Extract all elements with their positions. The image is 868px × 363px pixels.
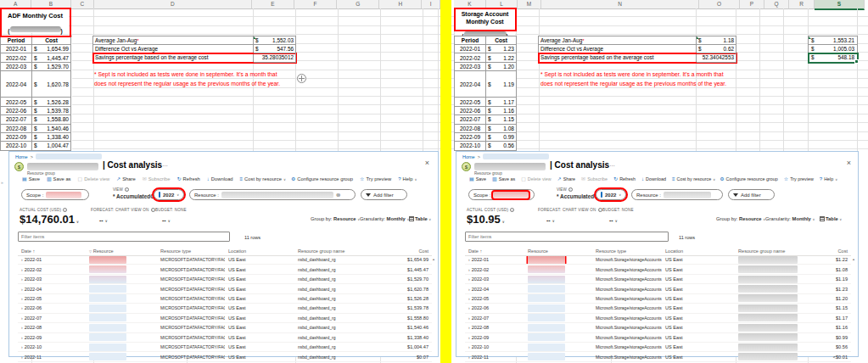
toolbar-button[interactable]: ↗ Share [116, 176, 137, 182]
col-location[interactable]: Location [225, 249, 294, 254]
expand-row-icon[interactable]: › [21, 344, 23, 349]
sheet-title-block[interactable]: Storage Account Monthly Cost () [455, 8, 515, 37]
pin-icon[interactable]: ⊸ [599, 164, 603, 170]
expand-row-icon[interactable]: › [21, 355, 23, 360]
period-cell[interactable]: 2022-10 [455, 142, 486, 150]
toolbar-button[interactable]: ↓ Download [207, 176, 235, 182]
expand-row-icon[interactable]: › [468, 305, 470, 310]
expand-row-icon[interactable]: › [468, 276, 470, 282]
summary-row[interactable]: Average Jan-Aug* $1.18 [539, 36, 736, 45]
toolbar-button[interactable]: ▥ Save as [492, 176, 517, 182]
period-cell[interactable]: 2022-01 [455, 45, 486, 53]
cost-cell[interactable]: $ 1,529.70 [32, 63, 71, 71]
cost-table-row[interactable]: ›2022-05 Microsoft.Storage/storageAccoun… [465, 294, 851, 304]
cost-cell[interactable]: $ 1,004.47 [32, 142, 71, 150]
granularity-dropdown[interactable]: Granularity: Monthly ∨ [360, 216, 409, 221]
toolbar-button[interactable]: ↓ Download [641, 176, 668, 182]
cost-cell[interactable]: $ 1.22 [486, 53, 517, 62]
cost-table-row[interactable]: ›2022-01 Microsoft.Storage/storageAccoun… [465, 255, 851, 265]
period-cell[interactable]: 2022-04 [455, 71, 486, 98]
cost-cell[interactable]: $ 1.19 [486, 71, 517, 98]
budget-value[interactable]: --∨ [609, 217, 618, 223]
period-cell[interactable]: 2022-09 [1, 133, 32, 142]
group-by-dropdown[interactable]: Group by: Resource ∨ [716, 216, 765, 221]
column-header[interactable]: O [699, 0, 740, 9]
cost-cell[interactable]: $ 1.23 [486, 45, 517, 53]
col-resource[interactable]: Resource [524, 249, 592, 254]
cost-cell[interactable]: $ 1.15 [486, 115, 517, 124]
scroll-up-icon[interactable]: ▲ [432, 257, 435, 261]
column-header[interactable]: R [789, 0, 815, 9]
toolbar-button[interactable]: ≡ Cost by resource ∨ [672, 176, 715, 182]
toolbar-button[interactable]: ↻ Refresh [176, 176, 201, 182]
period-cell[interactable]: 2022-08 [455, 125, 486, 133]
collapsed-menu-icon[interactable]: » [1, 180, 3, 185]
pin-icon[interactable]: ⊸ [152, 164, 156, 170]
cost-table-row[interactable]: ›2022-09 Microsoft.Storage/storageAccoun… [465, 333, 851, 343]
cost-table-row[interactable]: ›2022-10 Microsoft.Storage/storageAccoun… [465, 343, 851, 352]
toolbar-button[interactable]: ? Help ∨ [398, 176, 417, 182]
toolbar-button[interactable]: ▢ Delete view [78, 176, 112, 182]
resource-filter-pill[interactable]: Resource : ⊗ [189, 189, 356, 200]
forecast-value[interactable]: --∨ [546, 217, 555, 223]
forecast-value[interactable]: --∨ [99, 217, 108, 223]
cost-table-row[interactable]: ›2022-11 MICROSOFT.DATAFACTORY/FACTORI..… [18, 352, 432, 361]
expand-row-icon[interactable]: › [468, 296, 470, 301]
cost-table-row[interactable]: ›2022-04 Microsoft.Storage/storageAccoun… [465, 284, 851, 293]
cost-cell[interactable]: $ 0.56 [486, 142, 517, 150]
add-filter-pill[interactable]: Add filter [361, 189, 407, 200]
period-cell[interactable]: 2022-03 [1, 63, 32, 71]
cost-table-row[interactable]: ›2022-02 Microsoft.Storage/storageAccoun… [465, 265, 851, 274]
period-header[interactable]: Period [455, 36, 486, 45]
cost-header[interactable]: Cost [32, 36, 71, 45]
extra-value-cell[interactable]: $ 1,005.03 [809, 45, 858, 53]
cost-table-row[interactable]: ›2022-09 MICROSOFT.DATAFACTORY/FACTORI..… [18, 333, 432, 343]
col-cost[interactable]: Cost [367, 249, 432, 254]
cost-cell[interactable]: $ 1.17 [486, 98, 517, 106]
column-header[interactable]: Q [764, 0, 789, 9]
col-date[interactable]: Date ↑ [465, 249, 524, 254]
expand-row-icon[interactable]: › [468, 344, 470, 349]
expand-row-icon[interactable]: › [21, 305, 23, 310]
period-cell[interactable]: 2022-07 [455, 115, 486, 124]
cost-cell[interactable]: $ 0.99 [486, 133, 517, 142]
period-cell[interactable]: 2022-04 [1, 71, 32, 98]
filter-items-input[interactable] [465, 232, 669, 242]
col-cost[interactable]: Cost [813, 249, 851, 254]
period-cell[interactable]: 2022-07 [1, 115, 32, 124]
expand-row-icon[interactable]: › [468, 335, 470, 340]
cost-cell[interactable]: $ 1,338.40 [32, 133, 71, 142]
column-header[interactable]: P [740, 0, 764, 9]
cost-table-row[interactable]: ›2022-01 MICROSOFT.DATAFACTORY/FACTORI..… [18, 255, 432, 265]
breadcrumb[interactable]: Home > [462, 154, 549, 159]
expand-row-icon[interactable]: › [468, 325, 470, 330]
period-cell[interactable]: 2022-01 [1, 45, 32, 53]
cost-cell[interactable]: $ 1,526.28 [32, 98, 71, 106]
scope-pill[interactable]: Scope : [468, 189, 535, 200]
cost-table-row[interactable]: ›2022-06 MICROSOFT.DATAFACTORY/FACTORI..… [18, 304, 432, 313]
column-header[interactable]: C [71, 0, 95, 9]
period-header[interactable]: Period [1, 36, 32, 45]
table-view-dropdown[interactable]: Table ∨ [820, 216, 842, 221]
date-range-pill[interactable]: 2022 ∨ [596, 189, 626, 200]
expand-row-icon[interactable]: › [21, 335, 23, 340]
period-cell[interactable]: 2022-06 [1, 107, 32, 115]
close-icon[interactable]: × [425, 159, 429, 167]
scope-pill[interactable]: Scope : [21, 189, 89, 200]
toolbar-button[interactable]: ? Help ∨ [820, 176, 837, 182]
period-cell[interactable]: 2022-06 [455, 107, 486, 115]
column-header[interactable]: B [31, 0, 70, 9]
toolbar-button[interactable]: ✉ Subscribe [143, 176, 172, 182]
column-header[interactable]: G [337, 0, 379, 9]
cost-cell[interactable]: $ 1.08 [486, 125, 517, 133]
toolbar-button[interactable]: ☆ Try preview [360, 176, 393, 182]
column-header[interactable]: A [0, 0, 31, 9]
cost-cell[interactable]: $ 1,445.47 [32, 53, 71, 62]
toolbar-button[interactable]: ↗ Share [557, 176, 577, 182]
period-cell[interactable]: 2022-03 [455, 63, 486, 71]
resource-filter-pill[interactable]: Resource : [631, 189, 723, 200]
column-header[interactable]: E [252, 0, 294, 9]
cost-table-row[interactable]: ›2022-02 MICROSOFT.DATAFACTORY/FACTORI..… [18, 265, 432, 274]
summary-row[interactable]: Difference Oct vs Average $0.62 [539, 45, 736, 53]
summary-row[interactable]: Average Jan-Aug* $1,552.03 [93, 36, 296, 45]
